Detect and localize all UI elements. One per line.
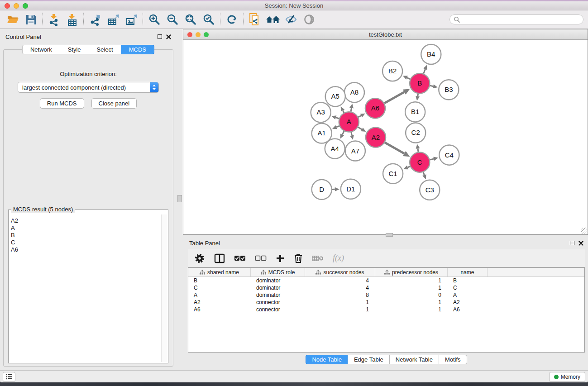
table-cell[interactable]: 0: [375, 292, 448, 298]
column-header-predecessor-nodes[interactable]: predecessor nodes: [375, 268, 448, 276]
node-B[interactable]: B: [410, 73, 430, 93]
table-cell[interactable]: A6: [448, 306, 488, 313]
tab-network[interactable]: Network: [22, 45, 60, 54]
node-A2[interactable]: A2: [366, 127, 386, 147]
edge-A2-C[interactable]: [385, 143, 404, 153]
run-mcds-button[interactable]: Run MCDS: [40, 98, 84, 109]
refresh-button[interactable]: [223, 12, 241, 27]
node-A4[interactable]: A4: [325, 139, 345, 159]
edge-A-A3[interactable]: [336, 118, 339, 119]
close-panel-icon[interactable]: [166, 34, 171, 39]
search-input[interactable]: [462, 15, 583, 24]
window-resize-grip[interactable]: [581, 228, 587, 234]
import-network-button[interactable]: [45, 12, 63, 27]
function-builder-button[interactable]: f(x): [333, 253, 344, 263]
import-table-button[interactable]: [63, 12, 81, 27]
table-cell[interactable]: A2: [188, 299, 251, 305]
table-row[interactable]: Bdominator41B: [188, 277, 584, 284]
table-cell[interactable]: dominator: [251, 292, 305, 298]
mcds-result-item[interactable]: A6: [11, 246, 161, 253]
node-B4[interactable]: B4: [421, 44, 441, 64]
zoom-selected-button[interactable]: [200, 12, 218, 27]
export-table-button[interactable]: [104, 12, 122, 27]
table-cell[interactable]: 8: [305, 292, 375, 298]
zoom-out-button[interactable]: [163, 12, 182, 27]
table-cell[interactable]: 1: [375, 277, 448, 284]
select-all-button[interactable]: [234, 255, 246, 261]
vertical-splitter-handle[interactable]: [177, 195, 182, 202]
table-cell[interactable]: C: [448, 285, 488, 291]
node-B2[interactable]: B2: [382, 61, 402, 81]
node-B3[interactable]: B3: [439, 80, 459, 100]
float-panel-icon[interactable]: [158, 34, 162, 39]
node-C3[interactable]: C3: [420, 180, 440, 200]
column-header-mcds-role[interactable]: MCDS role: [251, 268, 305, 276]
clone-network-button[interactable]: [246, 12, 264, 27]
edge-A-A4[interactable]: [342, 131, 344, 135]
tab-node-table[interactable]: Node Table: [306, 355, 348, 364]
table-cell[interactable]: C: [188, 285, 251, 291]
mcds-result-item[interactable]: C: [11, 239, 161, 246]
mcds-result-item[interactable]: A2: [11, 217, 161, 224]
tab-motifs[interactable]: Motifs: [439, 355, 467, 364]
table-cell[interactable]: 1: [375, 299, 448, 305]
split-table-view-button[interactable]: [214, 253, 225, 263]
export-image-button[interactable]: [122, 12, 140, 27]
result-scrollbar[interactable]: [161, 214, 167, 362]
node-A[interactable]: A: [339, 112, 359, 132]
table-cell[interactable]: connector: [251, 299, 305, 305]
table-cell[interactable]: dominator: [251, 285, 305, 291]
edge-A6-B[interactable]: [384, 92, 404, 103]
export-network-button[interactable]: [86, 12, 104, 27]
table-row[interactable]: A2connector11A2: [188, 299, 584, 306]
table-cell[interactable]: A2: [448, 299, 488, 305]
horizontal-splitter-handle[interactable]: [386, 233, 393, 237]
table-cell[interactable]: B: [448, 277, 488, 284]
node-C1[interactable]: C1: [383, 164, 403, 184]
table-row[interactable]: A6connector11A6: [188, 306, 584, 313]
table-cell[interactable]: A: [448, 292, 488, 298]
node-B1[interactable]: B1: [405, 102, 425, 122]
edge-B-B3[interactable]: [430, 86, 433, 86]
save-session-button[interactable]: [22, 12, 40, 27]
mcds-result-item[interactable]: B: [11, 232, 161, 239]
search-field[interactable]: [449, 14, 583, 24]
edge-C-C2[interactable]: [418, 148, 418, 152]
node-A5[interactable]: A5: [325, 86, 345, 106]
titlebar[interactable]: Session: New Session: [0, 1, 588, 10]
edge-C-C1[interactable]: [407, 167, 410, 167]
tab-style[interactable]: Style: [60, 45, 89, 54]
zoom-in-button[interactable]: [145, 12, 163, 27]
table-cell[interactable]: 1: [305, 306, 375, 313]
home-button[interactable]: [264, 12, 282, 27]
birds-eye-button[interactable]: [300, 12, 318, 27]
table-cell[interactable]: dominator: [251, 277, 305, 284]
node-A8[interactable]: A8: [344, 82, 364, 102]
task-history-button[interactable]: [3, 372, 15, 382]
column-header-name[interactable]: name: [448, 268, 488, 276]
delete-table-button[interactable]: [312, 255, 324, 262]
column-header-shared-name[interactable]: shared name: [188, 268, 251, 276]
edge-A-A6[interactable]: [358, 115, 361, 117]
edge-B-B4[interactable]: [424, 69, 425, 74]
node-D[interactable]: D: [312, 180, 332, 200]
criterion-select[interactable]: largest connected component (directed): [18, 82, 159, 93]
edge-A-A8[interactable]: [351, 108, 351, 112]
edge-A-A5[interactable]: [343, 110, 344, 113]
table-settings-button[interactable]: [194, 253, 205, 264]
toggle-details-button[interactable]: [282, 12, 300, 27]
edge-A-A2[interactable]: [358, 127, 362, 129]
table-cell[interactable]: 4: [305, 277, 375, 284]
column-header-successor-nodes[interactable]: successor nodes: [305, 268, 375, 276]
close-panel-icon[interactable]: [578, 241, 583, 246]
table-cell[interactable]: A: [188, 292, 251, 298]
network-window-titlebar[interactable]: testGlobe.txt: [183, 29, 588, 40]
deselect-all-button[interactable]: [255, 255, 267, 261]
table-cell[interactable]: connector: [251, 306, 305, 313]
table-cell[interactable]: 1: [305, 299, 375, 305]
node-A7[interactable]: A7: [345, 141, 365, 161]
table-cell[interactable]: B: [188, 277, 251, 284]
mcds-result-item[interactable]: A: [11, 224, 161, 232]
node-C2[interactable]: C2: [406, 123, 425, 143]
tab-mcds[interactable]: MCDS: [121, 45, 154, 54]
